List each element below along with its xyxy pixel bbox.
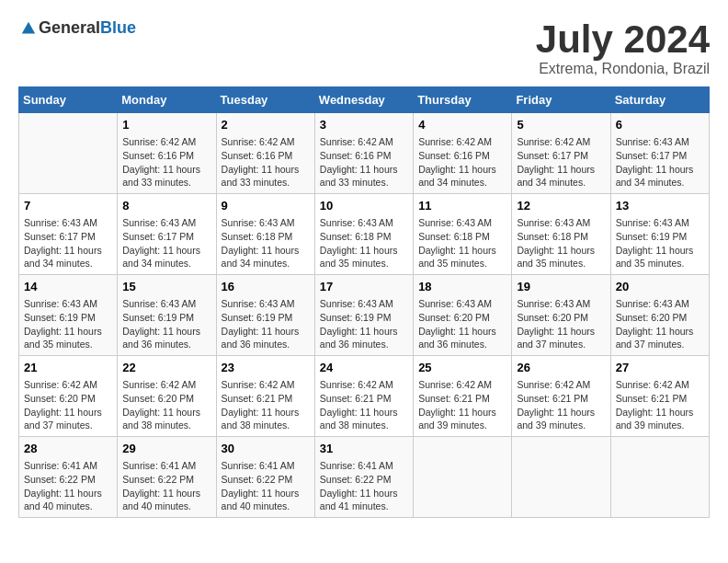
day-info: Sunset: 6:22 PM	[24, 473, 112, 487]
day-info: and 38 minutes.	[222, 419, 310, 432]
day-number: 30	[222, 441, 310, 457]
header-cell-thursday: Thursday	[414, 87, 512, 113]
day-info: and 38 minutes.	[122, 419, 210, 432]
calendar-row-2: 14Sunrise: 6:43 AMSunset: 6:19 PMDayligh…	[19, 275, 710, 356]
day-number: 12	[517, 198, 605, 214]
day-number: 24	[320, 360, 408, 376]
day-info: Daylight: 11 hours	[122, 325, 210, 339]
day-info: Daylight: 11 hours	[122, 244, 210, 258]
calendar-row-1: 7Sunrise: 6:43 AMSunset: 6:17 PMDaylight…	[19, 194, 710, 275]
day-number: 14	[24, 279, 112, 295]
day-info: Daylight: 11 hours	[320, 325, 408, 339]
day-info: Sunrise: 6:42 AM	[517, 135, 605, 149]
day-info: and 40 minutes.	[24, 500, 112, 513]
calendar-cell: 6Sunrise: 6:43 AMSunset: 6:17 PMDaylight…	[610, 113, 709, 194]
day-number: 19	[517, 279, 605, 295]
day-info: Daylight: 11 hours	[418, 244, 506, 258]
day-info: and 35 minutes.	[616, 257, 704, 270]
day-number: 27	[616, 360, 704, 376]
calendar-cell: 5Sunrise: 6:42 AMSunset: 6:17 PMDaylight…	[512, 113, 610, 194]
day-info: Daylight: 11 hours	[122, 487, 210, 500]
day-info: Sunrise: 6:43 AM	[122, 216, 210, 230]
day-info: Sunrise: 6:42 AM	[616, 378, 704, 392]
day-info: and 35 minutes.	[418, 257, 506, 270]
day-info: Daylight: 11 hours	[616, 325, 704, 339]
day-number: 18	[418, 279, 506, 295]
day-number: 11	[418, 198, 506, 214]
day-info: Sunrise: 6:43 AM	[517, 297, 605, 311]
day-info: and 36 minutes.	[222, 338, 310, 351]
day-info: and 38 minutes.	[320, 419, 408, 432]
day-info: Sunset: 6:16 PM	[222, 149, 310, 163]
day-info: Sunrise: 6:43 AM	[222, 297, 310, 311]
day-info: Sunrise: 6:43 AM	[418, 297, 506, 311]
calendar-cell: 27Sunrise: 6:42 AMSunset: 6:21 PMDayligh…	[610, 356, 709, 437]
day-info: and 36 minutes.	[320, 338, 408, 351]
day-info: Sunset: 6:20 PM	[24, 392, 112, 406]
day-number: 28	[24, 441, 112, 457]
day-info: Sunrise: 6:42 AM	[122, 378, 210, 392]
day-info: Sunset: 6:19 PM	[320, 311, 408, 325]
day-info: Daylight: 11 hours	[517, 325, 605, 339]
calendar-cell: 4Sunrise: 6:42 AMSunset: 6:16 PMDaylight…	[414, 113, 512, 194]
day-number: 16	[222, 279, 310, 295]
day-number: 10	[320, 198, 408, 214]
day-info: and 37 minutes.	[616, 338, 704, 351]
day-info: Sunrise: 6:42 AM	[418, 135, 506, 149]
header-cell-wednesday: Wednesday	[314, 87, 413, 113]
day-info: Daylight: 11 hours	[320, 406, 408, 419]
calendar-cell: 15Sunrise: 6:43 AMSunset: 6:19 PMDayligh…	[118, 275, 216, 356]
calendar-cell	[512, 436, 610, 517]
day-info: Sunset: 6:18 PM	[320, 230, 408, 244]
calendar-cell	[610, 436, 709, 517]
calendar-cell: 11Sunrise: 6:43 AMSunset: 6:18 PMDayligh…	[414, 194, 512, 275]
day-info: Daylight: 11 hours	[418, 406, 506, 419]
calendar-cell: 2Sunrise: 6:42 AMSunset: 6:16 PMDaylight…	[216, 113, 314, 194]
day-info: Sunset: 6:21 PM	[616, 392, 704, 406]
day-info: Sunrise: 6:41 AM	[24, 459, 112, 473]
day-info: Sunrise: 6:42 AM	[222, 378, 310, 392]
day-number: 17	[320, 279, 408, 295]
day-info: and 40 minutes.	[222, 500, 310, 513]
calendar-table: SundayMondayTuesdayWednesdayThursdayFrid…	[18, 86, 710, 518]
day-number: 2	[222, 117, 310, 133]
day-number: 1	[122, 117, 210, 133]
day-info: Daylight: 11 hours	[616, 244, 704, 258]
day-number: 7	[24, 198, 112, 214]
day-info: Sunrise: 6:43 AM	[616, 135, 704, 149]
header-cell-saturday: Saturday	[610, 87, 709, 113]
day-info: and 41 minutes.	[320, 500, 408, 513]
day-info: Sunrise: 6:43 AM	[616, 297, 704, 311]
day-info: Daylight: 11 hours	[122, 406, 210, 419]
day-info: and 34 minutes.	[418, 176, 506, 190]
day-info: Daylight: 11 hours	[616, 406, 704, 419]
day-number: 4	[418, 117, 506, 133]
day-info: Sunset: 6:18 PM	[222, 230, 310, 244]
day-info: Sunrise: 6:43 AM	[24, 297, 112, 311]
calendar-cell: 20Sunrise: 6:43 AMSunset: 6:20 PMDayligh…	[610, 275, 709, 356]
day-info: and 34 minutes.	[24, 257, 112, 270]
day-info: Sunset: 6:18 PM	[517, 230, 605, 244]
calendar-cell: 10Sunrise: 6:43 AMSunset: 6:18 PMDayligh…	[314, 194, 413, 275]
day-info: Daylight: 11 hours	[24, 487, 112, 500]
day-info: and 37 minutes.	[24, 419, 112, 432]
day-info: Daylight: 11 hours	[122, 163, 210, 177]
day-info: Sunset: 6:19 PM	[122, 311, 210, 325]
header-row: SundayMondayTuesdayWednesdayThursdayFrid…	[19, 87, 710, 113]
calendar-cell: 28Sunrise: 6:41 AMSunset: 6:22 PMDayligh…	[19, 436, 118, 517]
day-info: Daylight: 11 hours	[222, 406, 310, 419]
day-info: Daylight: 11 hours	[222, 325, 310, 339]
day-info: Sunset: 6:16 PM	[418, 149, 506, 163]
day-info: and 35 minutes.	[517, 257, 605, 270]
calendar-row-3: 21Sunrise: 6:42 AMSunset: 6:20 PMDayligh…	[19, 356, 710, 437]
day-info: Daylight: 11 hours	[517, 406, 605, 419]
calendar-cell	[414, 436, 512, 517]
header: GeneralBlue July 2024 Extrema, Rondonia,…	[18, 18, 710, 77]
day-number: 9	[222, 198, 310, 214]
header-cell-tuesday: Tuesday	[216, 87, 314, 113]
calendar-cell: 22Sunrise: 6:42 AMSunset: 6:20 PMDayligh…	[118, 356, 216, 437]
day-info: Sunset: 6:20 PM	[517, 311, 605, 325]
day-number: 5	[517, 117, 605, 133]
logo-icon	[20, 20, 37, 37]
day-info: Sunset: 6:21 PM	[222, 392, 310, 406]
